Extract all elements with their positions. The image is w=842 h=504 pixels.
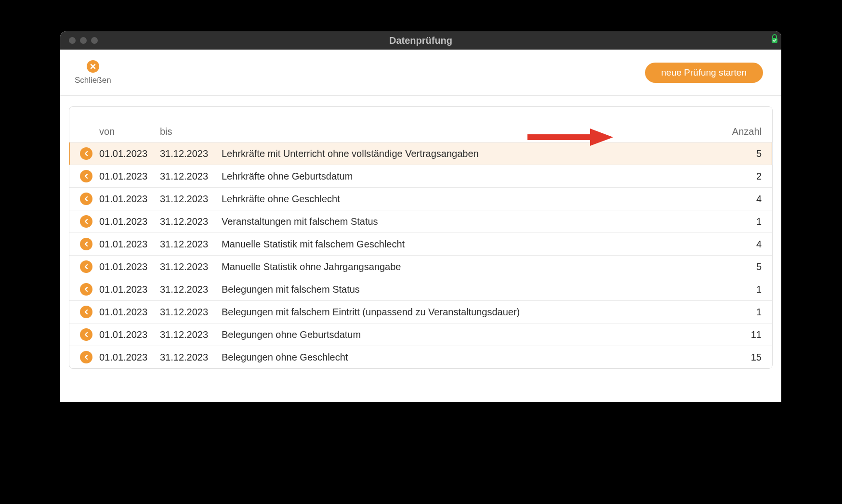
cell-count: 5 bbox=[723, 261, 762, 272]
cell-von: 01.01.2023 bbox=[99, 216, 160, 227]
cell-bis: 31.12.2023 bbox=[160, 216, 222, 227]
table-row[interactable]: 01.01.202331.12.2023Manuelle Statistik o… bbox=[69, 255, 772, 278]
cell-description: Lehrkräfte ohne Geschlecht bbox=[222, 194, 723, 205]
cell-count: 11 bbox=[723, 329, 762, 340]
table-row[interactable]: 01.01.202331.12.2023Manuelle Statistik m… bbox=[69, 233, 772, 255]
cell-bis: 31.12.2023 bbox=[160, 352, 222, 363]
cell-bis: 31.12.2023 bbox=[160, 194, 222, 205]
arrow-left-icon bbox=[80, 170, 92, 182]
app-window: Datenprüfung Schließen neue Prüfung star… bbox=[60, 31, 781, 402]
cell-count: 4 bbox=[723, 194, 762, 205]
header-von: von bbox=[99, 126, 160, 137]
cell-von: 01.01.2023 bbox=[99, 239, 160, 250]
close-button-label: Schließen bbox=[75, 76, 111, 85]
table-row[interactable]: 01.01.202331.12.2023Belegungen ohne Gebu… bbox=[69, 323, 772, 346]
table-row[interactable]: 01.01.202331.12.2023Lehrkräfte ohne Gebu… bbox=[69, 165, 772, 187]
window-title: Datenprüfung bbox=[60, 35, 781, 46]
arrow-left-icon bbox=[80, 328, 92, 341]
window-controls bbox=[69, 37, 98, 44]
start-check-button-label: neue Prüfung starten bbox=[661, 67, 747, 78]
table-row[interactable]: 01.01.202331.12.2023Belegungen mit falsc… bbox=[69, 300, 772, 323]
cell-von: 01.01.2023 bbox=[99, 307, 160, 318]
cell-description: Belegungen ohne Geburtsdatum bbox=[222, 329, 723, 340]
cell-von: 01.01.2023 bbox=[99, 148, 160, 159]
cell-bis: 31.12.2023 bbox=[160, 329, 222, 340]
cell-count: 15 bbox=[723, 352, 762, 363]
header-anzahl: Anzahl bbox=[723, 126, 762, 137]
cell-description: Manuelle Statistik ohne Jahrgangsangabe bbox=[222, 261, 723, 272]
table-row[interactable]: 01.01.202331.12.2023Belegungen mit falsc… bbox=[69, 278, 772, 300]
window-close-dot[interactable] bbox=[69, 37, 76, 44]
cell-description: Veranstaltungen mit falschem Status bbox=[222, 216, 723, 227]
cell-von: 01.01.2023 bbox=[99, 171, 160, 182]
cell-count: 4 bbox=[723, 239, 762, 250]
arrow-left-icon bbox=[80, 215, 92, 228]
cell-description: Lehrkräfte mit Unterricht ohne vollständ… bbox=[222, 148, 723, 159]
toolbar: Schließen neue Prüfung starten bbox=[60, 50, 781, 96]
cell-bis: 31.12.2023 bbox=[160, 284, 222, 295]
cell-bis: 31.12.2023 bbox=[160, 239, 222, 250]
cell-count: 1 bbox=[723, 216, 762, 227]
cell-bis: 31.12.2023 bbox=[160, 171, 222, 182]
arrow-left-icon bbox=[80, 147, 92, 160]
cell-description: Lehrkräfte ohne Geburtsdatum bbox=[222, 171, 723, 182]
titlebar: Datenprüfung bbox=[60, 31, 781, 50]
cell-von: 01.01.2023 bbox=[99, 284, 160, 295]
window-minimize-dot[interactable] bbox=[80, 37, 87, 44]
cell-description: Belegungen mit falschem Status bbox=[222, 284, 723, 295]
cell-description: Manuelle Statistik mit falschem Geschlec… bbox=[222, 239, 723, 250]
lock-icon bbox=[771, 34, 778, 44]
cell-von: 01.01.2023 bbox=[99, 329, 160, 340]
content-area: von bis Anzahl 01.01.202331.12.2023Lehrk… bbox=[60, 96, 781, 369]
table-row[interactable]: 01.01.202331.12.2023Lehrkräfte mit Unter… bbox=[69, 142, 772, 165]
cell-count: 1 bbox=[723, 284, 762, 295]
cell-count: 2 bbox=[723, 171, 762, 182]
results-table: von bis Anzahl 01.01.202331.12.2023Lehrk… bbox=[69, 106, 773, 369]
header-bis: bis bbox=[160, 126, 222, 137]
table-row[interactable]: 01.01.202331.12.2023Veranstaltungen mit … bbox=[69, 210, 772, 233]
start-check-button[interactable]: neue Prüfung starten bbox=[645, 63, 763, 83]
table-row[interactable]: 01.01.202331.12.2023Lehrkräfte ohne Gesc… bbox=[69, 187, 772, 210]
table-header: von bis Anzahl bbox=[69, 107, 772, 142]
arrow-left-icon bbox=[80, 306, 92, 318]
cell-von: 01.01.2023 bbox=[99, 194, 160, 205]
arrow-left-icon bbox=[80, 351, 92, 363]
close-icon bbox=[87, 60, 99, 73]
cell-count: 5 bbox=[723, 148, 762, 159]
cell-description: Belegungen ohne Geschlecht bbox=[222, 352, 723, 363]
window-zoom-dot[interactable] bbox=[91, 37, 98, 44]
table-row[interactable]: 01.01.202331.12.2023Belegungen ohne Gesc… bbox=[69, 346, 772, 368]
arrow-left-icon bbox=[80, 193, 92, 205]
cell-count: 1 bbox=[723, 307, 762, 318]
close-button[interactable]: Schließen bbox=[75, 60, 111, 85]
cell-von: 01.01.2023 bbox=[99, 261, 160, 272]
arrow-left-icon bbox=[80, 238, 92, 250]
cell-von: 01.01.2023 bbox=[99, 352, 160, 363]
cell-description: Belegungen mit falschem Eintritt (unpass… bbox=[222, 307, 723, 318]
arrow-left-icon bbox=[80, 260, 92, 273]
cell-bis: 31.12.2023 bbox=[160, 261, 222, 272]
arrow-left-icon bbox=[80, 283, 92, 296]
cell-bis: 31.12.2023 bbox=[160, 148, 222, 159]
cell-bis: 31.12.2023 bbox=[160, 307, 222, 318]
